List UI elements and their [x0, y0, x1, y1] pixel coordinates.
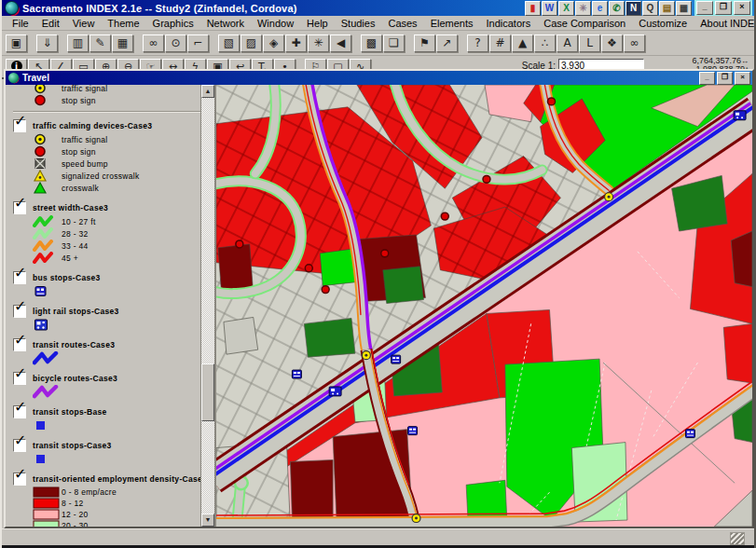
menu-cases[interactable]: Cases: [381, 18, 423, 29]
travel-minimize-button[interactable]: _: [699, 72, 715, 85]
travel-restore-button[interactable]: ❐: [717, 72, 733, 85]
find-button[interactable]: ∞: [143, 34, 164, 52]
close-button[interactable]: ×: [734, 1, 750, 15]
zoom-in-fixed-button[interactable]: ✚: [285, 34, 307, 52]
zigzag-bold-icon: [33, 351, 62, 365]
legend-theme-header[interactable]: ✓light rail stops-Case3: [13, 304, 200, 318]
add-event-theme-button[interactable]: ▨: [241, 34, 262, 52]
theme-checkbox-checked[interactable]: ✓: [13, 338, 26, 351]
theme-checkbox-checked[interactable]: ✓: [13, 372, 26, 385]
legend-item: traffic signal: [13, 85, 200, 94]
internet-explorer-icon[interactable]: e: [592, 1, 608, 16]
menu-help[interactable]: Help: [300, 18, 335, 29]
help-pointer-button[interactable]: ?: [467, 34, 488, 52]
scroll-down-icon[interactable]: ▼: [201, 514, 214, 527]
legend-theme-header[interactable]: ✓traffic calming devices-Case3: [13, 118, 200, 132]
menu-view[interactable]: View: [66, 18, 102, 29]
restore-button[interactable]: ❐: [715, 1, 732, 15]
excel-icon[interactable]: X: [558, 1, 574, 16]
system-icon[interactable]: ▦: [676, 1, 692, 16]
legend-panel: traffic signalstop sign✓traffic calming …: [6, 85, 201, 527]
legend-theme-header[interactable]: ✓transit routes-Case3: [13, 337, 200, 351]
import-button[interactable]: ⇓: [36, 34, 58, 52]
menu-theme[interactable]: Theme: [101, 18, 145, 29]
legend-item: 10 - 27 ft: [13, 215, 200, 227]
legend-theme-header[interactable]: ✓street width-Case3: [13, 200, 200, 214]
zoom-full-extent-button[interactable]: ✳: [308, 34, 329, 52]
menu-graphics[interactable]: Graphics: [146, 18, 200, 29]
select-features-button[interactable]: ▩: [361, 34, 382, 52]
label-a-button[interactable]: A: [557, 34, 578, 52]
theme-checkbox-checked[interactable]: ✓: [13, 201, 26, 214]
legend-group-traffic-calming-devices-case3: ✓traffic calming devices-Case3traffic si…: [13, 118, 200, 194]
theme-checkbox-checked[interactable]: ✓: [13, 405, 26, 418]
menu-file[interactable]: File: [6, 18, 35, 29]
check-icon: ✓: [14, 400, 26, 415]
netscape-icon[interactable]: N: [625, 1, 641, 16]
phone-icon[interactable]: ✆: [609, 1, 625, 16]
theme-checkbox-checked[interactable]: ✓: [13, 119, 26, 132]
zoom-previous-button[interactable]: ◀: [330, 34, 351, 52]
map-canvas[interactable]: [216, 85, 752, 527]
menu-indicators[interactable]: Indicators: [479, 18, 537, 29]
legend-theme-header[interactable]: ✓bus stops-Case3: [13, 270, 200, 284]
theme-properties-button[interactable]: ▥: [67, 34, 89, 52]
legend-item: 12 - 20: [13, 509, 200, 520]
powerpoint-icon[interactable]: ✳: [575, 1, 591, 16]
open-table-button[interactable]: ❏: [383, 34, 405, 52]
legend-theme-header[interactable]: ✓bicycle routes-Case3: [13, 371, 200, 385]
summarize-button[interactable]: ▲: [512, 34, 533, 52]
menu-about-index[interactable]: About INDEX: [694, 18, 756, 29]
legend-theme-header[interactable]: ✓transit stops-Case3: [13, 438, 200, 452]
build-button[interactable]: ⌐: [187, 34, 209, 52]
save-project-button[interactable]: ▣: [6, 34, 27, 52]
menu-edit[interactable]: Edit: [35, 18, 66, 29]
check-icon: ✓: [14, 196, 26, 211]
calculate-button[interactable]: #: [489, 34, 511, 52]
edit-legend-button[interactable]: ✎: [89, 34, 111, 52]
menu-case-comparison[interactable]: Case Comparison: [537, 18, 632, 29]
notes-icon[interactable]: ▤: [659, 1, 675, 16]
legend-scrollbar[interactable]: ▲ ▼: [201, 85, 216, 527]
signalized-crosswalk-icon: [33, 170, 62, 182]
copy-theme-button[interactable]: ▦: [112, 34, 133, 52]
legend-theme-header[interactable]: ✓transit stops-Base: [13, 404, 200, 418]
locate-address-button[interactable]: ⊙: [165, 34, 186, 52]
menu-network[interactable]: Network: [200, 18, 251, 29]
theme-checkbox-checked[interactable]: ✓: [13, 305, 26, 318]
scrollbar-thumb[interactable]: [201, 363, 214, 421]
word-icon[interactable]: W: [542, 1, 557, 16]
theme-checkbox-checked[interactable]: ✓: [13, 439, 26, 452]
check-icon: ✓: [14, 114, 26, 129]
zoom-to-selected-button[interactable]: ◈: [263, 34, 284, 52]
menu-elements[interactable]: Elements: [424, 18, 480, 29]
travel-title-bar[interactable]: Travel _ ❐ ×: [6, 71, 752, 85]
legend-theme-label: bicycle routes-Case3: [33, 374, 117, 383]
legend-item: 33 - 44: [13, 240, 200, 252]
theme-checkbox-checked[interactable]: ✓: [13, 473, 26, 486]
flag-button[interactable]: ⚑: [414, 34, 435, 52]
add-theme-button[interactable]: ▧: [218, 34, 240, 52]
stoplight-icon[interactable]: ▮: [525, 1, 541, 16]
chart-button[interactable]: ↗: [436, 34, 458, 52]
menu-customize[interactable]: Customize: [632, 18, 694, 29]
legend-theme-header[interactable]: ✓transit-oriented employment density-Cas…: [13, 472, 200, 486]
scroll-up-icon[interactable]: ▲: [201, 85, 214, 98]
dissolve-button[interactable]: ∴: [534, 34, 556, 52]
travel-close-button[interactable]: ×: [735, 72, 750, 85]
check-icon: ✓: [14, 333, 26, 348]
search-icon[interactable]: Q: [642, 1, 658, 16]
bus-icon: [33, 285, 62, 297]
menu-window[interactable]: Window: [251, 18, 300, 29]
minimize-button[interactable]: _: [696, 1, 713, 15]
label-l-button[interactable]: L: [579, 34, 600, 52]
preview-button[interactable]: ∞: [624, 34, 645, 52]
check-icon: ✓: [14, 266, 26, 281]
color-palette-button[interactable]: ❖: [601, 34, 623, 52]
legend-item-label: signalized crosswalk: [62, 171, 139, 181]
menu-studies[interactable]: Studies: [335, 18, 382, 29]
resize-grip[interactable]: [730, 532, 745, 545]
legend-item: [13, 453, 200, 465]
theme-checkbox-checked[interactable]: ✓: [13, 271, 26, 284]
legend-item: [13, 419, 200, 432]
